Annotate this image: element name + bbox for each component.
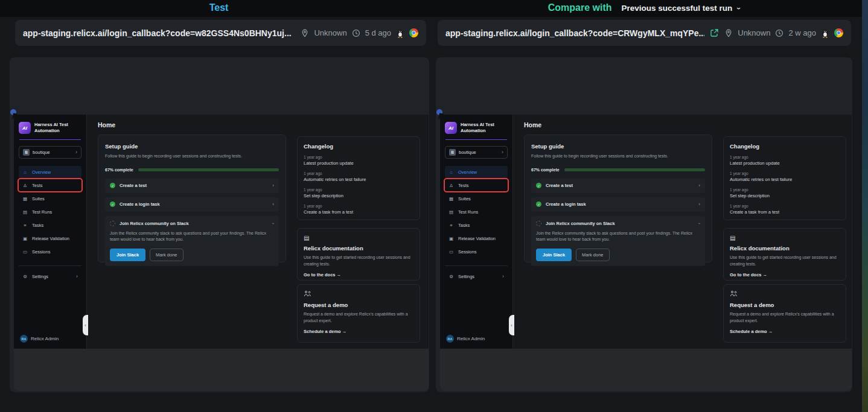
gear-icon: ⚙	[448, 274, 454, 279]
external-link-icon[interactable]	[710, 28, 719, 37]
chevron-right-icon: ›	[75, 150, 77, 155]
sidebar-item-tasks[interactable]: ≡Tasks	[445, 219, 508, 231]
app-sidebar: AI Harness AI Test Automation B boutique…	[14, 115, 86, 349]
user-name: Relicx Admin	[457, 336, 485, 341]
project-badge: B	[23, 149, 30, 156]
people-icon	[730, 291, 840, 298]
progress-label: 67% complete	[531, 168, 560, 172]
demo-description: Request a demo and explore Relicx's capa…	[730, 311, 840, 324]
sidebar-item-release-validation[interactable]: ▣Release Validation	[19, 232, 81, 244]
check-circle-icon: ✓	[110, 183, 115, 188]
sidebar-item-suites[interactable]: ▦Suites	[445, 192, 508, 204]
chevron-right-icon: ›	[698, 183, 700, 188]
changelog-entry-title: Latest production update	[730, 160, 840, 166]
sidebar-item-label: Release Validation	[458, 236, 496, 241]
setup-items: ✓Create a test›✓Create a login task›	[531, 179, 705, 212]
sidebar-collapse-handle[interactable]: ‹	[509, 315, 514, 335]
sidebar-item-suites[interactable]: ▦Suites	[19, 192, 81, 204]
sidebar-item-settings[interactable]: ⚙ Settings ›	[445, 271, 508, 282]
demo-description: Request a demo and explore Relicx's capa…	[304, 311, 413, 324]
chevron-right-icon: ›	[272, 201, 274, 207]
setup-item-label: Create a login task	[120, 201, 160, 207]
check-circle-icon: ✓	[536, 183, 541, 188]
documentation-description: Use this guide to get started recording …	[304, 255, 413, 267]
setup-item-slack-header[interactable]: Join Relicx community on Slack ›	[536, 221, 700, 226]
avatar: RA	[446, 335, 454, 343]
go-to-docs-link[interactable]: Go to the docs →	[730, 272, 840, 277]
setup-item-create-a-login-task[interactable]: ✓Create a login task›	[105, 197, 279, 212]
suites-icon: ▦	[22, 196, 28, 201]
setup-item-create-a-test[interactable]: ✓Create a test›	[531, 179, 705, 193]
setup-guide-card: Setup guide Follow this guide to begin r…	[98, 135, 286, 262]
setup-item-create-a-login-task[interactable]: ✓Create a login task›	[531, 197, 705, 212]
app-sidebar: AI Harness AI Test Automation B boutique…	[440, 115, 512, 349]
schedule-demo-link[interactable]: Schedule a demo →	[730, 329, 840, 334]
cursor-position-marker	[10, 109, 16, 115]
sidebar-item-sessions[interactable]: ▭Sessions	[445, 246, 508, 258]
chevron-down-icon: ›	[735, 7, 743, 10]
go-to-docs-link[interactable]: Go to the docs →	[304, 272, 413, 277]
setup-item-label: Create a test	[546, 183, 573, 188]
sidebar-item-label: Suites	[458, 196, 471, 201]
mark-done-button[interactable]: Mark done	[150, 249, 183, 261]
baseline-run-dropdown[interactable]: Previous successful test run ›	[621, 4, 740, 13]
people-icon	[304, 291, 413, 298]
project-selector[interactable]: B boutique ›	[445, 146, 508, 159]
sidebar-item-tests[interactable]: ΔTests	[445, 179, 508, 191]
app-window: AI Harness AI Test Automation B boutique…	[440, 115, 852, 349]
sidebar-item-sessions[interactable]: ▭Sessions	[19, 246, 81, 258]
right-screenshot-viewport: AI Harness AI Test Automation B boutique…	[436, 57, 852, 392]
brand-divider	[445, 139, 507, 140]
left-url-meta: Unknown 5 d ago	[301, 28, 418, 38]
mark-done-button[interactable]: Mark done	[576, 249, 609, 261]
page-background-band	[14, 349, 429, 391]
settings-label: Settings	[32, 274, 48, 279]
right-url-bar: app-staging.relicx.ai/login_callback?cod…	[438, 20, 851, 46]
sidebar-item-label: Tests	[32, 183, 43, 188]
changelog-entry: 1 year agoAutomatic retries on test fail…	[730, 171, 840, 182]
user-account[interactable]: RA Relicx Admin	[446, 335, 485, 343]
sidebar-item-label: Suites	[32, 196, 45, 201]
settings-divider	[19, 265, 81, 266]
sidebar-item-label: Tasks	[458, 223, 470, 228]
sidebar-item-label: Release Validation	[32, 236, 69, 241]
brand: AI Harness AI Test Automation	[445, 122, 508, 134]
sidebar-item-label: Tasks	[32, 223, 43, 228]
setup-item-slack-header[interactable]: Join Relicx community on Slack ›	[110, 221, 274, 226]
tasks-icon: ≡	[448, 223, 454, 228]
sidebar-item-test-runs[interactable]: ▤Test Runs	[445, 206, 508, 218]
release-icon: ▣	[22, 236, 28, 241]
sidebar-item-tasks[interactable]: ≡Tasks	[19, 219, 81, 231]
sidebar-item-overview[interactable]: ⌂Overview	[445, 166, 508, 178]
schedule-demo-link[interactable]: Schedule a demo →	[304, 329, 413, 334]
home-icon: ⌂	[448, 170, 454, 175]
changelog-entry-time: 1 year ago	[304, 188, 413, 192]
runs-icon: ▤	[448, 209, 454, 215]
sidebar-item-test-runs[interactable]: ▤Test Runs	[19, 206, 81, 218]
setup-item-slack-description: Join the Relicx community slack to ask q…	[536, 230, 700, 244]
setup-item-create-a-test[interactable]: ✓Create a test›	[105, 179, 279, 193]
changelog-entry-time: 1 year ago	[730, 155, 840, 159]
setup-item-label: Join Relicx community on Slack	[120, 221, 189, 226]
sidebar-collapse-handle[interactable]: ‹	[83, 315, 88, 335]
changelog-entry: 1 year agoCreate a task from a test	[730, 204, 840, 215]
changelog-entry-time: 1 year ago	[304, 204, 413, 208]
left-age-label: 5 d ago	[365, 28, 391, 37]
changelog-entry: 1 year agoCreate a task from a test	[304, 204, 413, 215]
sidebar-item-tests[interactable]: ΔTests	[19, 179, 81, 191]
setup-item-slack: Join Relicx community on Slack › Join th…	[531, 216, 705, 267]
join-slack-button[interactable]: Join Slack	[110, 249, 145, 261]
page-title: Home	[524, 121, 541, 128]
join-slack-button[interactable]: Join Slack	[536, 249, 572, 261]
sidebar-item-settings[interactable]: ⚙ Settings ›	[19, 271, 81, 282]
sidebar-item-release-validation[interactable]: ▣Release Validation	[445, 232, 508, 244]
project-selector[interactable]: B boutique ›	[19, 146, 81, 159]
setup-progress: 67% complete	[105, 168, 279, 172]
sessions-icon: ▭	[22, 249, 28, 255]
home-icon: ⌂	[22, 170, 28, 175]
documentation-title: Relicx documentation	[730, 245, 840, 252]
user-account[interactable]: RA Relicx Admin	[20, 335, 59, 343]
left-screenshot-viewport: AI Harness AI Test Automation B boutique…	[10, 57, 429, 392]
harness-logo-icon: AI	[445, 122, 457, 134]
sidebar-item-overview[interactable]: ⌂Overview	[19, 166, 81, 178]
